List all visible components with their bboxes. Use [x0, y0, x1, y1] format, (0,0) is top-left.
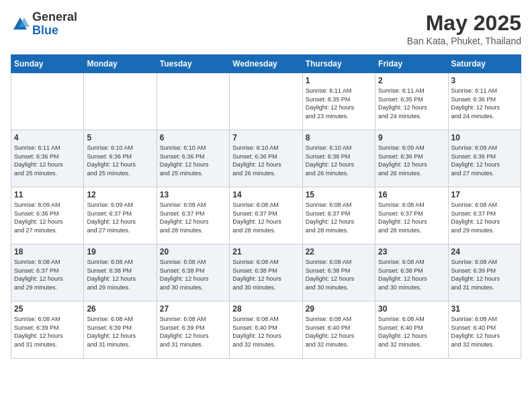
daylight-info: Sunrise: 6:09 AM Sunset: 6:36 PM Dayligh… [451, 144, 518, 177]
table-row: 18Sunrise: 6:08 AM Sunset: 6:37 PM Dayli… [11, 244, 84, 302]
daylight-info: Sunrise: 6:08 AM Sunset: 6:37 PM Dayligh… [14, 258, 81, 291]
table-row: 12Sunrise: 6:09 AM Sunset: 6:37 PM Dayli… [84, 187, 157, 244]
table-row: 17Sunrise: 6:08 AM Sunset: 6:37 PM Dayli… [448, 187, 521, 244]
daylight-info: Sunrise: 6:11 AM Sunset: 6:35 PM Dayligh… [306, 87, 372, 120]
day-number: 1 [306, 76, 372, 85]
calendar-row: 25Sunrise: 6:08 AM Sunset: 6:39 PM Dayli… [11, 302, 521, 359]
day-number: 23 [378, 247, 445, 257]
month-title: May 2025 [407, 11, 521, 36]
daylight-info: Sunrise: 6:10 AM Sunset: 6:36 PM Dayligh… [232, 144, 299, 177]
day-number: 28 [232, 304, 299, 314]
table-row: 9Sunrise: 6:09 AM Sunset: 6:36 PM Daylig… [375, 130, 448, 187]
table-row: 27Sunrise: 6:08 AM Sunset: 6:39 PM Dayli… [157, 302, 229, 359]
day-number: 30 [378, 304, 445, 314]
table-row: 5Sunrise: 6:10 AM Sunset: 6:36 PM Daylig… [84, 130, 157, 187]
logo-text: General Blue [32, 11, 77, 38]
daylight-info: Sunrise: 6:08 AM Sunset: 6:37 PM Dayligh… [232, 201, 299, 234]
table-row: 1Sunrise: 6:11 AM Sunset: 6:35 PM Daylig… [302, 73, 375, 130]
col-wednesday: Wednesday [230, 55, 302, 73]
daylight-info: Sunrise: 6:08 AM Sunset: 6:38 PM Dayligh… [232, 258, 299, 291]
day-number: 7 [232, 133, 299, 142]
table-row [157, 73, 229, 130]
daylight-info: Sunrise: 6:08 AM Sunset: 6:39 PM Dayligh… [451, 258, 518, 291]
calendar-table: Sunday Monday Tuesday Wednesday Thursday… [11, 54, 521, 359]
table-row: 19Sunrise: 6:08 AM Sunset: 6:38 PM Dayli… [84, 244, 157, 302]
day-number: 25 [14, 304, 81, 314]
day-number: 16 [378, 190, 445, 199]
day-number: 12 [87, 190, 153, 199]
logo-general-text: General [32, 11, 77, 24]
daylight-info: Sunrise: 6:08 AM Sunset: 6:37 PM Dayligh… [378, 201, 445, 234]
table-row: 8Sunrise: 6:10 AM Sunset: 6:36 PM Daylig… [302, 130, 375, 187]
col-thursday: Thursday [302, 55, 375, 73]
table-row: 10Sunrise: 6:09 AM Sunset: 6:36 PM Dayli… [448, 130, 521, 187]
col-saturday: Saturday [448, 55, 521, 73]
daylight-info: Sunrise: 6:10 AM Sunset: 6:36 PM Dayligh… [160, 144, 226, 177]
daylight-info: Sunrise: 6:08 AM Sunset: 6:37 PM Dayligh… [306, 201, 372, 234]
daylight-info: Sunrise: 6:08 AM Sunset: 6:39 PM Dayligh… [160, 315, 226, 349]
title-block: May 2025 Ban Kata, Phuket, Thailand [407, 11, 521, 46]
table-row: 26Sunrise: 6:08 AM Sunset: 6:39 PM Dayli… [84, 302, 157, 359]
table-row: 24Sunrise: 6:08 AM Sunset: 6:39 PM Dayli… [448, 244, 521, 302]
table-row: 20Sunrise: 6:08 AM Sunset: 6:38 PM Dayli… [157, 244, 229, 302]
table-row: 6Sunrise: 6:10 AM Sunset: 6:36 PM Daylig… [157, 130, 229, 187]
day-number: 9 [378, 133, 445, 142]
daylight-info: Sunrise: 6:08 AM Sunset: 6:38 PM Dayligh… [87, 258, 153, 291]
day-number: 2 [378, 76, 445, 85]
day-number: 29 [306, 304, 372, 314]
daylight-info: Sunrise: 6:08 AM Sunset: 6:37 PM Dayligh… [451, 201, 518, 234]
daylight-info: Sunrise: 6:10 AM Sunset: 6:36 PM Dayligh… [306, 144, 372, 177]
table-row: 11Sunrise: 6:09 AM Sunset: 6:36 PM Dayli… [11, 187, 84, 244]
table-row: 3Sunrise: 6:11 AM Sunset: 6:36 PM Daylig… [448, 73, 521, 130]
daylight-info: Sunrise: 6:08 AM Sunset: 6:39 PM Dayligh… [87, 315, 153, 349]
day-number: 13 [160, 190, 226, 199]
daylight-info: Sunrise: 6:08 AM Sunset: 6:40 PM Dayligh… [451, 315, 518, 349]
col-friday: Friday [375, 55, 448, 73]
table-row [11, 73, 84, 130]
daylight-info: Sunrise: 6:11 AM Sunset: 6:35 PM Dayligh… [378, 87, 445, 120]
header-row: Sunday Monday Tuesday Wednesday Thursday… [11, 55, 521, 73]
day-number: 21 [232, 247, 299, 257]
daylight-info: Sunrise: 6:09 AM Sunset: 6:36 PM Dayligh… [14, 201, 81, 234]
table-row: 15Sunrise: 6:08 AM Sunset: 6:37 PM Dayli… [302, 187, 375, 244]
table-row: 13Sunrise: 6:09 AM Sunset: 6:37 PM Dayli… [157, 187, 229, 244]
table-row: 28Sunrise: 6:08 AM Sunset: 6:40 PM Dayli… [230, 302, 302, 359]
day-number: 20 [160, 247, 226, 257]
table-row: 25Sunrise: 6:08 AM Sunset: 6:39 PM Dayli… [11, 302, 84, 359]
day-number: 5 [87, 133, 153, 142]
table-row [230, 73, 302, 130]
day-number: 15 [306, 190, 372, 199]
logo-icon [11, 15, 30, 34]
daylight-info: Sunrise: 6:11 AM Sunset: 6:36 PM Dayligh… [14, 144, 81, 177]
calendar-row: 18Sunrise: 6:08 AM Sunset: 6:37 PM Dayli… [11, 244, 521, 302]
col-sunday: Sunday [11, 55, 84, 73]
calendar-row: 4Sunrise: 6:11 AM Sunset: 6:36 PM Daylig… [11, 130, 521, 187]
day-number: 14 [232, 190, 299, 199]
daylight-info: Sunrise: 6:08 AM Sunset: 6:39 PM Dayligh… [14, 315, 81, 349]
calendar-row: 11Sunrise: 6:09 AM Sunset: 6:36 PM Dayli… [11, 187, 521, 244]
day-number: 18 [14, 247, 81, 257]
table-row: 21Sunrise: 6:08 AM Sunset: 6:38 PM Dayli… [230, 244, 302, 302]
table-row: 23Sunrise: 6:08 AM Sunset: 6:38 PM Dayli… [375, 244, 448, 302]
daylight-info: Sunrise: 6:08 AM Sunset: 6:38 PM Dayligh… [160, 258, 226, 291]
calendar-body: 1Sunrise: 6:11 AM Sunset: 6:35 PM Daylig… [11, 73, 521, 359]
daylight-info: Sunrise: 6:08 AM Sunset: 6:40 PM Dayligh… [306, 315, 372, 349]
table-row: 29Sunrise: 6:08 AM Sunset: 6:40 PM Dayli… [302, 302, 375, 359]
table-row: 30Sunrise: 6:08 AM Sunset: 6:40 PM Dayli… [375, 302, 448, 359]
day-number: 19 [87, 247, 153, 257]
daylight-info: Sunrise: 6:09 AM Sunset: 6:36 PM Dayligh… [378, 144, 445, 177]
day-number: 8 [306, 133, 372, 142]
table-row: 4Sunrise: 6:11 AM Sunset: 6:36 PM Daylig… [11, 130, 84, 187]
daylight-info: Sunrise: 6:08 AM Sunset: 6:38 PM Dayligh… [306, 258, 372, 291]
day-number: 31 [451, 304, 518, 314]
table-row: 16Sunrise: 6:08 AM Sunset: 6:37 PM Dayli… [375, 187, 448, 244]
col-monday: Monday [84, 55, 157, 73]
table-row [84, 73, 157, 130]
col-tuesday: Tuesday [157, 55, 229, 73]
table-row: 22Sunrise: 6:08 AM Sunset: 6:38 PM Dayli… [302, 244, 375, 302]
logo: General Blue [11, 11, 77, 38]
day-number: 27 [160, 304, 226, 314]
page-header: General Blue May 2025 Ban Kata, Phuket, … [11, 11, 521, 46]
daylight-info: Sunrise: 6:10 AM Sunset: 6:36 PM Dayligh… [87, 144, 153, 177]
day-number: 10 [451, 133, 518, 142]
